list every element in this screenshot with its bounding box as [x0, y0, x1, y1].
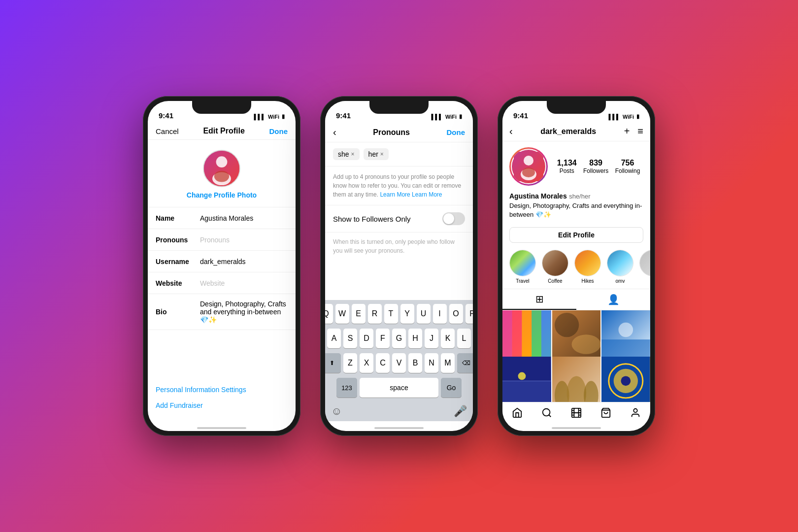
- field-website[interactable]: Website Website: [148, 272, 296, 294]
- posts-label: Posts: [557, 167, 577, 174]
- emoji-icon[interactable]: ☺: [331, 405, 342, 418]
- key-t[interactable]: T: [384, 304, 398, 324]
- status-time: 9:41: [513, 111, 528, 120]
- key-v[interactable]: V: [392, 353, 406, 373]
- key-u[interactable]: U: [417, 304, 431, 324]
- field-placeholder-pronouns[interactable]: Pronouns: [200, 236, 288, 244]
- key-go[interactable]: Go: [441, 378, 462, 398]
- key-123[interactable]: 123: [336, 378, 357, 398]
- tab-profile[interactable]: [621, 405, 650, 420]
- key-h[interactable]: H: [408, 329, 422, 348]
- key-w[interactable]: W: [335, 304, 349, 324]
- done-button[interactable]: Done: [447, 128, 466, 136]
- highlight-c[interactable]: C: [639, 250, 650, 284]
- key-e[interactable]: E: [352, 304, 366, 324]
- key-z[interactable]: Z: [343, 353, 357, 373]
- svg-point-3: [214, 171, 229, 182]
- highlight-omv[interactable]: omv: [607, 250, 633, 284]
- svg-point-32: [543, 409, 550, 416]
- key-m[interactable]: M: [441, 353, 455, 373]
- post-cell-1[interactable]: [502, 310, 551, 359]
- toggle-switch[interactable]: [442, 212, 465, 225]
- field-bio[interactable]: Bio Design, Photography, Crafts and ever…: [148, 294, 296, 330]
- field-label-bio: Bio: [156, 308, 200, 316]
- learn-more-link-text[interactable]: Learn More: [412, 191, 442, 198]
- profile-stats: 1,134 Posts 839 Followers 756 Following: [554, 159, 643, 174]
- remove-she-icon[interactable]: ×: [351, 151, 355, 158]
- tab-search[interactable]: [532, 405, 562, 420]
- key-o[interactable]: O: [449, 304, 463, 324]
- key-s[interactable]: S: [343, 329, 357, 348]
- key-a[interactable]: A: [327, 329, 341, 348]
- bio-name: Agustina Morales: [509, 192, 567, 200]
- post-cell-3[interactable]: [601, 310, 650, 359]
- grid-tab-tagged[interactable]: 👤: [576, 289, 650, 310]
- key-c[interactable]: C: [376, 353, 390, 373]
- highlight-hikes-label: Hikes: [581, 278, 594, 284]
- post-cell-4[interactable]: [502, 357, 551, 402]
- battery-icon: ▮: [459, 113, 462, 120]
- highlight-travel[interactable]: Travel: [509, 250, 536, 284]
- add-fundraiser-link[interactable]: Add Fundraiser: [156, 398, 288, 413]
- highlight-omv-label: omv: [616, 278, 625, 284]
- post-cell-5[interactable]: [552, 357, 601, 402]
- key-i[interactable]: I: [433, 304, 447, 324]
- field-username[interactable]: Username dark_emeralds: [148, 251, 296, 272]
- post-cell-6[interactable]: [601, 357, 650, 402]
- post-cell-2[interactable]: [552, 310, 601, 359]
- pronoun-tag-she[interactable]: she ×: [333, 148, 360, 160]
- change-profile-photo-button[interactable]: Change Profile Photo: [187, 191, 257, 199]
- done-button[interactable]: Done: [269, 127, 288, 135]
- edit-profile-button[interactable]: Edit Profile: [509, 227, 643, 243]
- key-x[interactable]: X: [360, 353, 373, 373]
- key-n[interactable]: N: [425, 353, 438, 373]
- field-value-name[interactable]: Agustina Morales: [200, 214, 288, 222]
- key-d[interactable]: D: [360, 329, 373, 348]
- key-r[interactable]: R: [368, 304, 382, 324]
- key-space[interactable]: space: [360, 378, 438, 398]
- stat-following[interactable]: 756 Following: [615, 159, 640, 174]
- avatar[interactable]: [203, 150, 240, 187]
- key-q[interactable]: Q: [325, 304, 333, 324]
- grid-tab-posts[interactable]: ⊞: [502, 289, 576, 310]
- stat-followers[interactable]: 839 Followers: [583, 159, 608, 174]
- posts-count: 1,134: [557, 159, 577, 167]
- microphone-icon[interactable]: 🎤: [454, 405, 467, 418]
- remove-her-icon[interactable]: ×: [380, 151, 384, 158]
- stat-posts[interactable]: 1,134 Posts: [557, 159, 577, 174]
- pronouns-description: Add up to 4 pronouns to your profile so …: [325, 166, 473, 205]
- back-icon[interactable]: ‹: [333, 127, 336, 138]
- personal-information-settings-link[interactable]: Personal Information Settings: [156, 382, 288, 398]
- key-j[interactable]: J: [425, 329, 438, 348]
- tab-reels[interactable]: [562, 405, 591, 420]
- key-delete[interactable]: ⌫: [457, 353, 473, 373]
- following-count: 756: [615, 159, 640, 167]
- key-g[interactable]: G: [392, 329, 406, 348]
- key-l[interactable]: L: [457, 329, 471, 348]
- tab-home[interactable]: [502, 405, 532, 420]
- learn-more-link[interactable]: Learn More: [380, 191, 410, 198]
- pronoun-tag-her[interactable]: her ×: [364, 148, 389, 160]
- menu-icon[interactable]: ≡: [637, 126, 643, 137]
- cancel-button[interactable]: Cancel: [156, 127, 179, 135]
- highlight-coffee-circle: [542, 250, 568, 276]
- field-pronouns[interactable]: Pronouns Pronouns: [148, 229, 296, 251]
- avatar-ring[interactable]: [509, 147, 548, 186]
- key-y[interactable]: Y: [400, 304, 414, 324]
- bottom-bar: [325, 421, 473, 431]
- field-placeholder-website[interactable]: Website: [200, 279, 288, 287]
- svg-line-33: [549, 415, 551, 417]
- key-shift[interactable]: ⬆: [325, 353, 341, 373]
- tab-shop[interactable]: [591, 405, 621, 420]
- key-p[interactable]: P: [466, 304, 473, 324]
- key-f[interactable]: F: [376, 329, 390, 348]
- field-value-bio[interactable]: Design, Photography, Crafts and everythi…: [200, 300, 288, 324]
- key-b[interactable]: B: [408, 353, 422, 373]
- highlight-hikes[interactable]: Hikes: [574, 250, 601, 284]
- field-value-username[interactable]: dark_emeralds: [200, 258, 288, 266]
- highlight-coffee[interactable]: Coffee: [542, 250, 568, 284]
- add-icon[interactable]: +: [624, 126, 630, 137]
- field-name[interactable]: Name Agustina Morales: [148, 207, 296, 229]
- back-icon[interactable]: ‹: [509, 126, 513, 137]
- key-k[interactable]: K: [441, 329, 455, 348]
